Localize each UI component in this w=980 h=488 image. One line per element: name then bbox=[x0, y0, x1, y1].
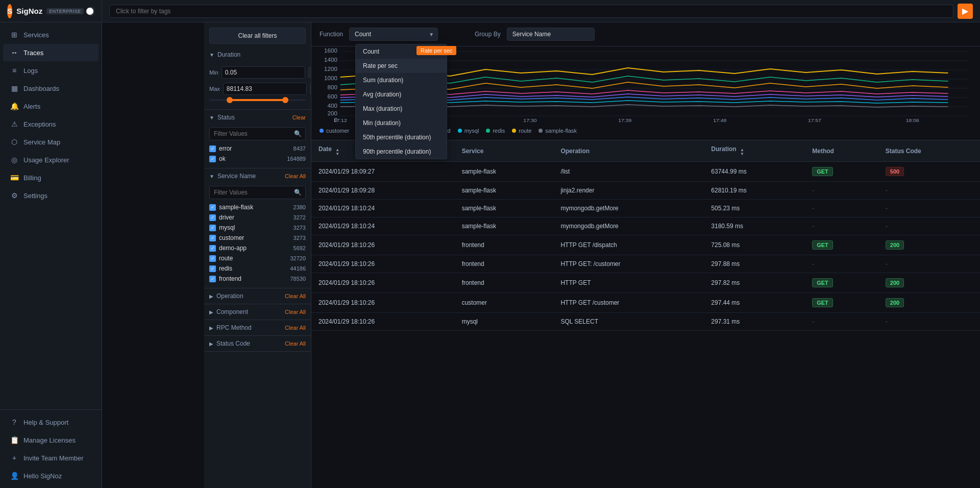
dropdown-item-50th-percentile[interactable]: 50th percentile (duration) bbox=[356, 130, 447, 144]
table-row[interactable]: 2024/01/29 18:09:27 sample-flask /list 6… bbox=[311, 162, 980, 182]
table-row[interactable]: 2024/01/29 18:09:28 sample-flask jinja2.… bbox=[311, 182, 980, 200]
dropdown-item-90th-percentile[interactable]: 90th percentile (duration) bbox=[356, 144, 447, 159]
legend-label-mysql: mysql bbox=[464, 128, 479, 134]
operation-clear-link[interactable]: Clear All bbox=[285, 293, 306, 299]
service-mysql-checkbox[interactable] bbox=[209, 225, 216, 231]
service-driver-count: 3272 bbox=[293, 214, 306, 221]
sidebar-item-alerts[interactable]: 🔔 Alerts bbox=[3, 97, 99, 115]
sidebar-item-hello-signoz[interactable]: 👤 Hello SigNoz bbox=[3, 467, 99, 484]
service-name-section-header[interactable]: ▼ Service Name Clear All bbox=[204, 168, 311, 184]
table-row[interactable]: 2024/01/29 18:10:26 frontend HTTP GET /d… bbox=[311, 235, 980, 255]
cell-status-code: 200 bbox=[878, 293, 980, 313]
status-error-checkbox[interactable] bbox=[209, 145, 216, 152]
rpc-method-section-header[interactable]: ▶ RPC Method Clear All bbox=[204, 320, 311, 335]
sidebar-item-manage-licenses[interactable]: 📋 Manage Licenses bbox=[3, 431, 99, 449]
service-name-filter-input[interactable] bbox=[209, 186, 306, 199]
usage-explorer-icon: ◎ bbox=[10, 156, 18, 164]
run-query-button[interactable]: ▶ bbox=[958, 4, 973, 19]
table-row[interactable]: 2024/01/29 18:10:26 mysql SQL SELECT 297… bbox=[311, 313, 980, 331]
dropdown-item-avg-duration[interactable]: Avg (duration) bbox=[356, 87, 447, 102]
legend-redis[interactable]: redis bbox=[486, 128, 505, 134]
sidebar-item-service-map[interactable]: ⬡ Service Map bbox=[3, 133, 99, 151]
table-row[interactable]: 2024/01/29 18:10:24 sample-flask mymongo… bbox=[311, 200, 980, 217]
service-mysql-label: mysql bbox=[219, 224, 235, 231]
legend-customer[interactable]: customer bbox=[320, 128, 349, 134]
service-customer-checkbox[interactable] bbox=[209, 235, 216, 241]
service-customer-count: 3273 bbox=[293, 235, 306, 241]
dropdown-item-min-duration[interactable]: Min (duration) bbox=[356, 116, 447, 130]
col-status-code: Status Code bbox=[878, 140, 980, 162]
alerts-icon: 🔔 bbox=[10, 102, 18, 110]
service-frontend-checkbox[interactable] bbox=[209, 276, 216, 282]
min-input[interactable] bbox=[222, 66, 305, 79]
table-row[interactable]: 2024/01/29 18:10:26 frontend HTTP GET 29… bbox=[311, 273, 980, 293]
search-input[interactable] bbox=[109, 5, 953, 18]
service-route-checkbox[interactable] bbox=[209, 255, 216, 262]
cell-duration: 297.31 ms bbox=[704, 313, 805, 331]
col-duration[interactable]: Duration ▲▼ bbox=[704, 140, 805, 162]
sidebar-item-exceptions[interactable]: ⚠ Exceptions bbox=[3, 115, 99, 133]
service-name-search-wrap: 🔍 bbox=[209, 186, 306, 199]
cell-status-code: - bbox=[878, 217, 980, 235]
legend-route[interactable]: route bbox=[512, 128, 531, 134]
dropdown-item-rate-per-sec[interactable]: Rate per sec bbox=[356, 59, 447, 73]
status-title: Status bbox=[217, 114, 235, 121]
function-select[interactable]: Count Rate per sec Sum (duration) Avg (d… bbox=[349, 28, 438, 41]
service-mysql: mysql 3273 bbox=[209, 223, 306, 233]
status-filter-input[interactable] bbox=[209, 127, 306, 140]
sidebar-item-help-support[interactable]: ? Help & Support bbox=[3, 413, 99, 431]
sidebar-item-dashboards[interactable]: ▦ Dashboards bbox=[3, 80, 99, 97]
sidebar-item-usage-explorer[interactable]: ◎ Usage Explorer bbox=[3, 151, 99, 168]
component-clear-link[interactable]: Clear All bbox=[285, 309, 306, 315]
duration-section-header[interactable]: ▼ Duration bbox=[204, 47, 311, 62]
sidebar-item-settings[interactable]: ⚙ Settings bbox=[3, 187, 99, 204]
service-name-clear-link[interactable]: Clear All bbox=[285, 173, 306, 179]
sidebar-item-billing[interactable]: 💳 Billing bbox=[3, 169, 99, 186]
topbar: ▶ bbox=[102, 0, 980, 22]
status-code-clear-link[interactable]: Clear All bbox=[285, 340, 306, 347]
legend-mysql[interactable]: mysql bbox=[458, 128, 479, 134]
cell-date: 2024/01/29 18:10:24 bbox=[311, 200, 455, 217]
table-row[interactable]: 2024/01/29 18:10:26 customer HTTP GET /c… bbox=[311, 293, 980, 313]
clear-all-filters-button[interactable]: Clear all filters bbox=[209, 28, 306, 44]
group-by-label: Group By bbox=[475, 31, 501, 38]
cell-service: frontend bbox=[455, 273, 554, 293]
group-by-input[interactable] bbox=[507, 28, 595, 41]
cell-method: GET bbox=[805, 235, 878, 255]
table-row[interactable]: 2024/01/29 18:10:24 sample-flask mymongo… bbox=[311, 217, 980, 235]
operation-section-header[interactable]: ▶ Operation Clear All bbox=[204, 288, 311, 304]
service-redis-count: 44186 bbox=[290, 265, 306, 272]
col-service: Service bbox=[455, 140, 554, 162]
max-input[interactable] bbox=[223, 83, 307, 95]
function-label: Function bbox=[320, 31, 343, 38]
rpc-method-clear-link[interactable]: Clear All bbox=[285, 325, 306, 331]
logo-icon: S bbox=[7, 4, 12, 18]
service-driver-label: driver bbox=[219, 214, 234, 221]
sidebar-item-label: Invite Team Member bbox=[23, 454, 84, 462]
table-row[interactable]: 2024/01/29 18:10:26 frontend HTTP GET: /… bbox=[311, 255, 980, 273]
status-clear-link[interactable]: Clear bbox=[292, 114, 306, 120]
cell-date: 2024/01/29 18:10:26 bbox=[311, 255, 455, 273]
sidebar-item-traces[interactable]: ↔ Traces bbox=[3, 44, 99, 61]
sidebar-nav: ⊞ Services ↔ Traces ≡ Logs ▦ Dashboards … bbox=[0, 22, 102, 409]
theme-toggle[interactable] bbox=[88, 7, 94, 16]
sidebar-item-logs[interactable]: ≡ Logs bbox=[3, 62, 99, 79]
status-code-section-header[interactable]: ▶ Status Code Clear All bbox=[204, 336, 311, 351]
sidebar-item-label: Logs bbox=[23, 67, 38, 75]
duration-range-slider[interactable] bbox=[209, 99, 306, 101]
service-sample-flask-checkbox[interactable] bbox=[209, 204, 216, 211]
dropdown-item-sum-duration[interactable]: Sum (duration) bbox=[356, 73, 447, 87]
sidebar-item-invite-team-member[interactable]: + Invite Team Member bbox=[3, 449, 99, 467]
component-section-header[interactable]: ▶ Component Clear All bbox=[204, 304, 311, 320]
dropdown-item-max-duration[interactable]: Max (duration) bbox=[356, 102, 447, 116]
sidebar-item-services[interactable]: ⊞ Services bbox=[3, 26, 99, 43]
legend-sample-flask[interactable]: sample-flask bbox=[538, 128, 577, 134]
sidebar-item-label: Traces bbox=[23, 49, 43, 57]
status-section-header[interactable]: ▼ Status Clear bbox=[204, 110, 311, 125]
service-redis-checkbox[interactable] bbox=[209, 265, 216, 272]
status-ok-checkbox[interactable] bbox=[209, 156, 216, 162]
service-frontend-label: frontend bbox=[219, 275, 241, 282]
service-driver-checkbox[interactable] bbox=[209, 214, 216, 221]
service-demo-app-checkbox[interactable] bbox=[209, 245, 216, 252]
dashboards-icon: ▦ bbox=[10, 84, 18, 92]
